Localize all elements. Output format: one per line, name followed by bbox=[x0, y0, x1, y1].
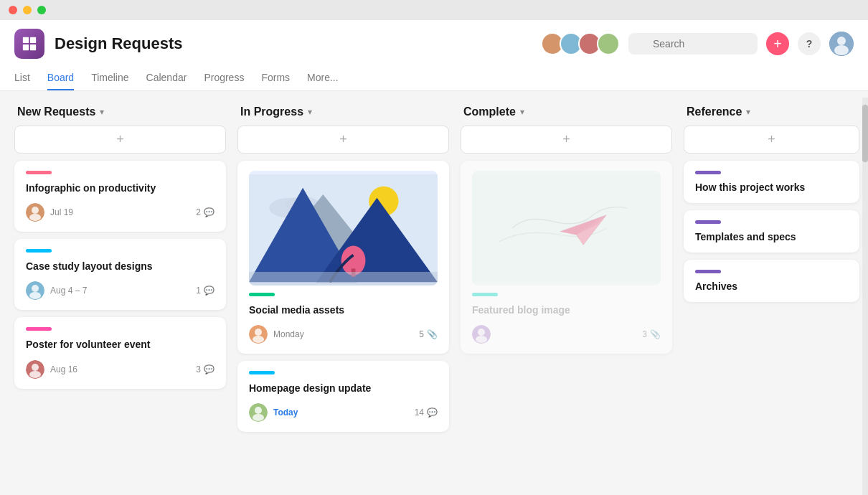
attachment-icon: 📎 bbox=[427, 329, 438, 339]
card-meta: 1 💬 bbox=[196, 286, 214, 296]
svg-rect-0 bbox=[23, 37, 29, 43]
card-user: Monday bbox=[249, 325, 304, 344]
app-icon bbox=[14, 29, 44, 59]
scrollbar-thumb[interactable] bbox=[862, 105, 868, 162]
svg-point-31 bbox=[253, 336, 264, 343]
column-title-reference: Reference bbox=[687, 105, 742, 118]
svg-point-34 bbox=[253, 414, 264, 421]
tab-list[interactable]: List bbox=[14, 66, 30, 90]
add-card-in-progress[interactable]: + bbox=[237, 126, 449, 154]
svg-point-10 bbox=[32, 207, 39, 214]
tab-calendar[interactable]: Calendar bbox=[146, 66, 187, 90]
card-tag bbox=[26, 327, 52, 331]
comment-icon: 💬 bbox=[427, 407, 438, 418]
add-button[interactable]: + bbox=[766, 32, 789, 55]
column-title-new-requests: New Requests bbox=[17, 105, 95, 118]
card-avatar bbox=[26, 360, 44, 379]
card-homepage[interactable]: Homepage design update Today 14 💬 bbox=[237, 361, 449, 432]
grid-icon bbox=[22, 36, 37, 52]
ref-tag bbox=[695, 171, 721, 174]
column-complete: Complete ▾ + bbox=[461, 105, 672, 474]
help-button[interactable]: ? bbox=[798, 32, 821, 55]
card-title: Infographic on productivity bbox=[26, 182, 214, 194]
ref-card-how-project-works[interactable]: How this project works bbox=[684, 161, 859, 203]
card-case-study[interactable]: Case study layout designs Aug 4 – 7 1 💬 bbox=[14, 239, 226, 310]
card-meta: 14 💬 bbox=[415, 407, 438, 418]
card-infographic[interactable]: Infographic on productivity Jul 19 2 💬 bbox=[14, 161, 226, 232]
card-image-mountain bbox=[249, 171, 438, 286]
card-image-plane bbox=[472, 171, 661, 286]
card-footer: Monday 5 📎 bbox=[249, 325, 438, 344]
search-wrap bbox=[628, 33, 758, 55]
svg-point-7 bbox=[837, 37, 846, 45]
ref-card-archives[interactable]: Archives bbox=[684, 260, 859, 302]
comment-count: 14 bbox=[415, 407, 424, 418]
chevron-down-icon: ▾ bbox=[746, 107, 750, 117]
tab-board[interactable]: Board bbox=[47, 66, 74, 90]
maximize-dot[interactable] bbox=[37, 6, 46, 14]
comment-count: 1 bbox=[196, 286, 201, 296]
chevron-down-icon: ▾ bbox=[520, 107, 524, 117]
tab-timeline[interactable]: Timeline bbox=[91, 66, 128, 90]
card-avatar bbox=[249, 403, 268, 422]
user-icon bbox=[829, 32, 854, 56]
ref-card-templates[interactable]: Templates and specs bbox=[684, 210, 859, 253]
card-title: Case study layout designs bbox=[26, 260, 214, 273]
svg-point-13 bbox=[32, 285, 39, 292]
card-tag bbox=[249, 371, 275, 374]
card-title: Poster for volunteer event bbox=[26, 338, 214, 351]
comment-count: 2 bbox=[196, 207, 201, 217]
tab-progress[interactable]: Progress bbox=[204, 66, 244, 90]
card-tag bbox=[472, 293, 498, 296]
header: Design Requests + ? bbox=[0, 20, 868, 91]
titlebar bbox=[0, 0, 868, 20]
svg-rect-2 bbox=[23, 44, 29, 50]
ref-tag bbox=[695, 270, 721, 273]
comment-count: 3 bbox=[196, 364, 201, 374]
card-user: Today bbox=[249, 403, 298, 422]
card-user: Aug 16 bbox=[26, 360, 77, 379]
card-tag bbox=[26, 249, 52, 253]
close-dot[interactable] bbox=[9, 6, 17, 14]
card-user bbox=[472, 325, 491, 344]
svg-point-17 bbox=[29, 371, 41, 378]
chevron-down-icon: ▾ bbox=[100, 107, 104, 117]
svg-rect-28 bbox=[249, 272, 438, 286]
svg-rect-35 bbox=[472, 174, 661, 282]
card-avatar bbox=[26, 281, 44, 300]
card-title: Social media assets bbox=[249, 303, 438, 316]
svg-rect-3 bbox=[30, 44, 36, 50]
card-footer: Jul 19 2 💬 bbox=[26, 203, 214, 222]
ref-title: How this project works bbox=[695, 182, 848, 193]
add-card-reference[interactable]: + bbox=[684, 126, 859, 154]
column-header-reference: Reference ▾ bbox=[684, 105, 859, 118]
tab-forms[interactable]: Forms bbox=[261, 66, 290, 90]
attachment-icon: 📎 bbox=[650, 329, 661, 339]
column-header-new-requests: New Requests ▾ bbox=[14, 105, 226, 118]
column-title-in-progress: In Progress bbox=[240, 105, 303, 118]
avatar-4 bbox=[597, 32, 620, 55]
comment-icon: 💬 bbox=[204, 286, 214, 296]
card-date: Monday bbox=[273, 329, 304, 339]
svg-point-11 bbox=[29, 214, 41, 221]
scrollbar-track bbox=[862, 98, 868, 495]
column-new-requests: New Requests ▾ + Infographic on producti… bbox=[14, 105, 226, 474]
card-poster[interactable]: Poster for volunteer event Aug 16 3 💬 bbox=[14, 317, 226, 388]
plane-illustration bbox=[472, 171, 661, 286]
search-input[interactable] bbox=[628, 33, 758, 55]
add-card-new-requests[interactable]: + bbox=[14, 126, 226, 154]
svg-point-30 bbox=[255, 329, 262, 336]
header-right: + ? bbox=[541, 32, 854, 56]
column-reference: Reference ▾ + How this project works Tem… bbox=[684, 105, 859, 474]
tab-more[interactable]: More... bbox=[307, 66, 339, 90]
card-social-media[interactable]: Social media assets Monday 5 📎 bbox=[237, 161, 449, 354]
card-title: Homepage design update bbox=[249, 382, 438, 395]
user-avatar[interactable] bbox=[829, 32, 854, 56]
svg-point-8 bbox=[834, 45, 849, 55]
card-avatar bbox=[26, 203, 44, 222]
ref-title: Archives bbox=[695, 280, 848, 292]
minimize-dot[interactable] bbox=[23, 6, 32, 14]
add-card-complete[interactable]: + bbox=[461, 126, 672, 154]
card-featured-blog[interactable]: Featured blog image 3 📎 bbox=[461, 161, 672, 354]
card-title: Featured blog image bbox=[472, 303, 661, 316]
